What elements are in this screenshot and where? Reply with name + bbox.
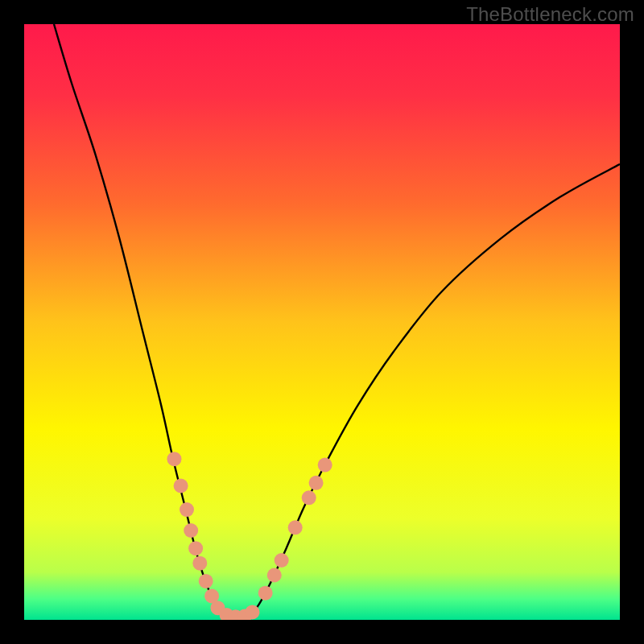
gradient-background <box>24 24 620 620</box>
highlight-dot <box>199 574 213 588</box>
highlight-dot <box>318 458 332 473</box>
highlight-dot <box>245 605 259 619</box>
highlight-dot <box>275 553 289 568</box>
chart-svg <box>24 24 620 620</box>
highlight-dot <box>167 452 181 466</box>
highlight-dot <box>309 476 324 490</box>
highlight-dot <box>302 490 316 505</box>
highlight-dot <box>258 586 273 601</box>
highlight-dot <box>184 523 198 538</box>
highlight-dot <box>180 502 194 517</box>
chart-frame: TheBottleneck.com <box>0 0 644 644</box>
highlight-dot <box>288 520 303 535</box>
highlight-dot <box>174 479 188 493</box>
highlight-dot <box>192 556 207 571</box>
highlight-dot <box>188 541 203 555</box>
watermark-text: TheBottleneck.com <box>466 3 634 26</box>
highlight-dot <box>267 568 282 583</box>
plot-area <box>24 24 620 620</box>
